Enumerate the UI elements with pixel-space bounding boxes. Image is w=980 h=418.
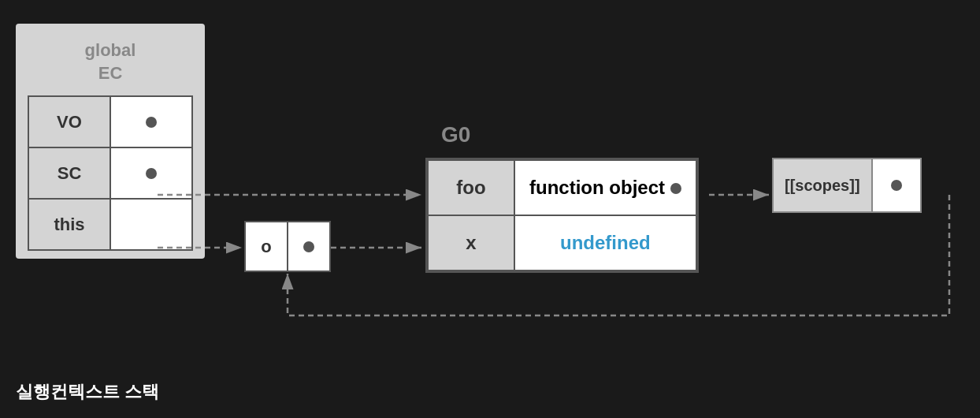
small-box-label: o xyxy=(246,222,288,271)
small-box-dot xyxy=(303,241,314,252)
vo-table: foo function object x undefined xyxy=(427,159,697,271)
foo-key: foo xyxy=(428,160,514,215)
vo-table-container: foo function object x undefined xyxy=(425,158,699,273)
ec-vo-value xyxy=(110,96,192,147)
function-object-dot xyxy=(670,183,681,194)
ec-this-value xyxy=(110,199,192,250)
ec-this-label: this xyxy=(28,199,110,250)
table-row-x: x undefined xyxy=(428,215,696,271)
x-value: undefined xyxy=(514,215,696,271)
vo-dot xyxy=(146,117,157,128)
global-ec-title: globalEC xyxy=(28,39,193,84)
small-box: o xyxy=(244,221,331,272)
g0-label: G0 xyxy=(441,122,470,147)
x-key: x xyxy=(428,215,514,271)
ec-table: VO SC this xyxy=(28,95,193,251)
scopes-label: [[scopes]] xyxy=(774,159,873,211)
bottom-label: 실행컨텍스트 스택 xyxy=(16,380,159,404)
ec-vo-label: VO xyxy=(28,96,110,147)
table-row: SC xyxy=(28,147,192,199)
table-row: VO xyxy=(28,96,192,147)
scopes-dot-cell xyxy=(873,159,920,211)
scopes-dot xyxy=(891,180,902,191)
foo-value: function object xyxy=(514,160,696,215)
ec-sc-value xyxy=(110,147,192,199)
scopes-box: [[scopes]] xyxy=(772,158,922,213)
small-box-dot-cell xyxy=(288,222,329,271)
table-row-foo: foo function object xyxy=(428,160,696,215)
table-row: this xyxy=(28,199,192,250)
ec-sc-label: SC xyxy=(28,147,110,199)
sc-dot xyxy=(146,168,157,179)
global-ec-panel: globalEC VO SC this xyxy=(16,24,205,259)
